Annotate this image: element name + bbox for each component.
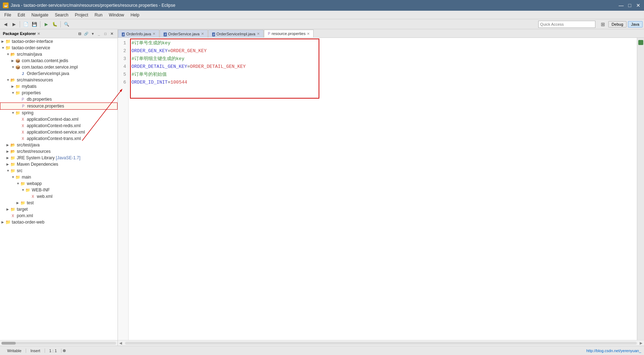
toolbar-back-btn[interactable]: ◀ (1, 20, 9, 28)
pe-header-left: Package Explorer ✕ (3, 31, 40, 36)
code-area[interactable]: #订单号生成的keyORDER_GEN_KEY=ORDER_GEN_KEY#订单… (129, 38, 637, 340)
tree-arrow[interactable]: ▶ (1, 220, 5, 224)
tree-item[interactable]: JOrderServiceImpl.java (0, 70, 118, 77)
tree-item[interactable]: ▶📁taotao-order-interface (0, 38, 118, 45)
tree-arrow[interactable]: ▼ (11, 91, 15, 95)
toolbar-debug-btn[interactable]: 🐛 (51, 20, 59, 28)
menu-search[interactable]: Search (52, 12, 71, 18)
pe-hscroll-thumb[interactable] (1, 342, 16, 345)
tree-item[interactable]: ▼📂src/main/resources (0, 77, 118, 83)
toolbar: ◀ ▶ 📄 💾 ▶ 🐛 🔍 ⊞ Debug Java (0, 19, 644, 29)
pe-hscroll-track[interactable] (1, 342, 116, 345)
scroll-left-btn[interactable]: ◀ (118, 341, 124, 345)
menu-project[interactable]: Project (72, 12, 91, 18)
tab-close-btn[interactable]: ✕ (257, 32, 260, 36)
tree-item[interactable]: Pdb.properties (0, 96, 118, 102)
tab-close-btn[interactable]: ✕ (153, 32, 155, 36)
editor-hscroll-track[interactable] (125, 342, 637, 345)
toolbar-forward-btn[interactable]: ▶ (10, 20, 18, 28)
pe-link-btn[interactable]: 🔗 (83, 31, 89, 36)
minimize-button[interactable]: — (618, 2, 624, 8)
tree-item[interactable]: ▶📁Maven Dependencies (0, 161, 118, 168)
tree-item[interactable]: ▼📦com.taotao.order.service.impl (0, 64, 118, 70)
tab-close-btn[interactable]: ✕ (201, 32, 204, 36)
toolbar-search-btn[interactable]: 🔍 (63, 20, 70, 28)
code-line: ORDER_GEN_KEY=ORDER_GEN_KEY (131, 47, 634, 55)
tab-label: resource.properties (272, 31, 306, 36)
tree-item[interactable]: Xweb.xml (0, 193, 118, 200)
tree-arrow[interactable]: ▶ (11, 59, 15, 62)
tree-item[interactable]: ▶📂src/test/java (0, 142, 118, 148)
tree-item[interactable]: XapplicationContext-redis.xml (0, 122, 118, 129)
tree-arrow[interactable]: ▼ (21, 188, 25, 192)
tree-item[interactable]: ▶📂src/test/resources (0, 148, 118, 155)
tree-item[interactable]: ▼📂src/main/java (0, 51, 118, 58)
quick-access-input[interactable] (538, 21, 595, 28)
tree-arrow[interactable]: ▼ (6, 52, 10, 56)
tree-item[interactable]: ▼📁main (0, 174, 118, 180)
tree-item[interactable]: XapplicationContext-service.xml (0, 129, 118, 135)
tree-item[interactable]: ▶📦com.taotao.content.jedis (0, 58, 118, 64)
pe-min-btn[interactable]: _ (96, 31, 102, 36)
scroll-right-btn[interactable]: ▶ (638, 341, 644, 345)
tree-arrow[interactable]: ▶ (6, 208, 10, 211)
tree-item[interactable]: Xpom.xml (0, 212, 118, 219)
tree-arrow[interactable]: ▼ (6, 78, 10, 82)
tree-item[interactable]: XapplicationContext-trans.xml (0, 135, 118, 142)
tree-arrow[interactable]: ▶ (1, 40, 5, 43)
toolbar-new-btn[interactable]: 📄 (22, 20, 30, 28)
close-button[interactable]: ✕ (635, 2, 641, 8)
menu-help[interactable]: Help (128, 12, 143, 18)
tab-close-btn[interactable]: ✕ (307, 32, 310, 36)
menu-edit[interactable]: Edit (15, 12, 28, 18)
menu-navigate[interactable]: Navigate (29, 12, 51, 18)
editor-tab[interactable]: JOrderService.java✕ (160, 30, 208, 38)
tree-arrow[interactable]: ▼ (6, 169, 10, 172)
editor-tab[interactable]: JOrderInfo.java✕ (118, 30, 159, 38)
editor-tab[interactable]: JOrderServiceImpl.java✕ (208, 30, 264, 38)
toolbar-run-btn[interactable]: ▶ (42, 20, 50, 28)
menu-run[interactable]: Run (92, 12, 105, 18)
tree-arrow[interactable]: ▼ (11, 175, 15, 179)
java-perspective-btn[interactable]: Java (628, 21, 643, 28)
tree-item[interactable]: ▶📁JRE System Library [JavaSE-1.7] (0, 155, 118, 161)
tree-arrow[interactable]: ▼ (11, 65, 15, 69)
menu-window[interactable]: Window (106, 12, 127, 18)
tree-item[interactable]: ▶📁target (0, 206, 118, 212)
tree-item[interactable]: ▼📁properties (0, 90, 118, 96)
tree-arrow[interactable]: ▶ (11, 85, 15, 88)
pe-tree: ▶📁taotao-order-interface▼📁taotao-order-s… (0, 38, 118, 340)
tree-arrow[interactable]: ▼ (11, 111, 15, 115)
tree-item-label: src/main/java (17, 52, 117, 57)
minimap-top[interactable] (638, 40, 643, 45)
menu-file[interactable]: File (1, 12, 14, 18)
main-layout: Package Explorer ✕ ⊟ 🔗 ▾ _ □ ✕ ▶📁taotao-… (0, 29, 644, 346)
tree-arrow[interactable]: ▶ (16, 201, 20, 205)
tree-item[interactable]: Presource.properties (0, 102, 118, 110)
tree-item[interactable]: ▼📁WEB-INF (0, 187, 118, 193)
pe-bottom-scrollbar[interactable] (0, 340, 118, 346)
tree-item[interactable]: ▼📁taotao-order-service (0, 45, 118, 51)
pe-collapse-btn[interactable]: ⊟ (77, 31, 83, 36)
tree-arrow[interactable]: ▼ (16, 182, 20, 185)
pe-menu-btn[interactable]: ▾ (90, 31, 95, 36)
editor-hscroll[interactable]: ◀ ▶ (118, 340, 644, 346)
tree-item[interactable]: ▶📁test (0, 200, 118, 206)
pe-max-btn[interactable]: □ (103, 31, 108, 36)
tree-arrow[interactable]: ▶ (6, 150, 10, 153)
tree-arrow[interactable]: ▶ (6, 143, 10, 147)
pe-close-btn[interactable]: ✕ (109, 31, 115, 36)
tree-arrow[interactable]: ▶ (6, 162, 10, 166)
toolbar-save-btn[interactable]: 💾 (30, 20, 38, 28)
debug-perspective-btn[interactable]: Debug (608, 21, 626, 28)
tree-item[interactable]: ▼📁webapp (0, 180, 118, 187)
tree-item[interactable]: ▼📁spring (0, 110, 118, 116)
editor-tab[interactable]: Presource.properties✕ (264, 30, 314, 38)
tree-arrow[interactable]: ▼ (1, 46, 5, 50)
tree-arrow[interactable]: ▶ (6, 156, 10, 160)
maximize-button[interactable]: □ (627, 2, 633, 8)
tree-item[interactable]: XapplicationContext-dao.xml (0, 116, 118, 122)
tree-item[interactable]: ▼📁src (0, 168, 118, 174)
tree-item[interactable]: ▶📁mybatis (0, 83, 118, 90)
tree-item[interactable]: ▶📁taotao-order-web (0, 219, 118, 225)
